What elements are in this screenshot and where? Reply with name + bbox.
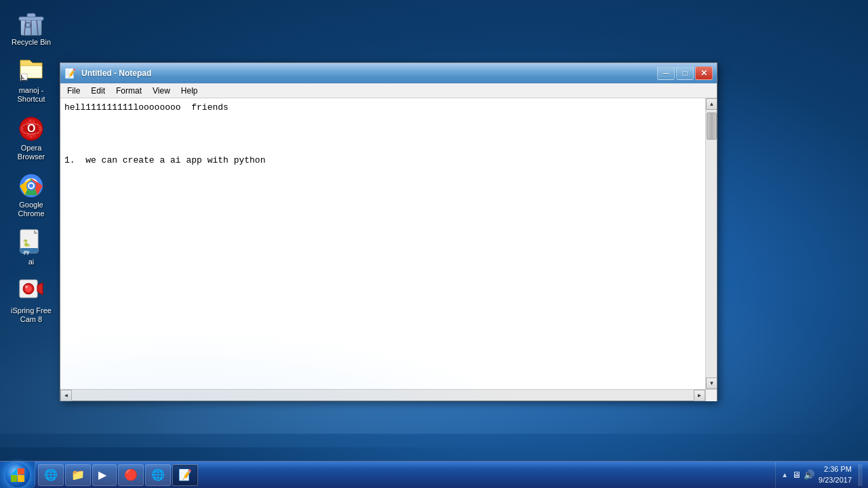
tray-expand-button[interactable]: ▲ [781, 471, 788, 479]
recycle-bin-icon[interactable]: ♻ Recycle Bin [7, 7, 56, 49]
speaker-icon: 🔊 [804, 470, 814, 480]
taskbar: 🌐 📁 ▶ 🔴 🌐 📝 ▲ 🖥 🔊 [0, 461, 868, 488]
computer-shortcut-icon[interactable]: manoj - Shortcut [7, 55, 56, 106]
google-chrome-label: Google Chrome [9, 201, 53, 218]
scroll-right-button[interactable]: ► [694, 390, 705, 401]
start-orb [5, 463, 30, 487]
menu-file[interactable]: File [62, 85, 85, 97]
ai-file-label: ai [28, 258, 35, 266]
google-chrome-icon[interactable]: Google Chrome [7, 169, 56, 221]
taskbar-chrome[interactable]: 🌐 [145, 464, 171, 486]
horizontal-scrollbar[interactable]: ◄ ► [60, 390, 705, 401]
notepad-textarea[interactable]: hell111111111loooooooo friends 1. we can… [60, 98, 705, 389]
taskbar-opera[interactable]: 🔴 [118, 464, 144, 486]
scroll-thumb[interactable] [707, 113, 717, 140]
scroll-left-button[interactable]: ◄ [60, 390, 72, 401]
notepad-window: 📝 Untitled - Notepad ─ □ ✕ File Edit For… [60, 62, 717, 401]
opera-browser-image: O [18, 115, 45, 142]
scroll-up-button[interactable]: ▲ [706, 98, 717, 110]
show-desktop-button[interactable] [859, 464, 863, 486]
h-scroll-track[interactable] [72, 390, 694, 401]
chrome-taskbar-icon: 🌐 [151, 468, 165, 481]
scroll-down-button[interactable]: ▼ [706, 378, 717, 389]
notepad-title-bar: 📝 Untitled - Notepad ─ □ ✕ [60, 63, 717, 83]
taskbar-notepad[interactable]: 📝 [172, 464, 198, 486]
scroll-track[interactable] [706, 110, 717, 378]
menu-format[interactable]: Format [111, 85, 147, 97]
maximize-button[interactable]: □ [676, 66, 694, 80]
svg-text:.py: .py [22, 249, 29, 255]
opera-browser-label: Opera Browser [9, 144, 53, 161]
system-clock[interactable]: 2:36 PM 9/23/2017 [818, 464, 852, 485]
recycle-bin-label: Recycle Bin [12, 38, 51, 47]
explorer-icon: 📁 [71, 468, 85, 481]
scroll-corner [705, 390, 717, 401]
window-controls: ─ □ ✕ [657, 66, 713, 80]
menu-edit[interactable]: Edit [85, 85, 111, 97]
notepad-taskbar-icon: 📝 [178, 468, 192, 481]
google-chrome-image [18, 172, 45, 199]
notepad-bottom-bar: ◄ ► [60, 389, 717, 401]
taskbar-ie[interactable]: 🌐 [38, 464, 64, 486]
svg-text:O: O [27, 123, 35, 134]
start-button[interactable] [0, 462, 35, 489]
opera-taskbar-icon: 🔴 [124, 468, 138, 481]
clock-date: 9/23/2017 [818, 475, 852, 485]
ispring-cam-image [18, 278, 45, 305]
minimize-button[interactable]: ─ [657, 66, 675, 80]
opera-browser-icon[interactable]: O Opera Browser [7, 113, 56, 164]
ie-icon: 🌐 [44, 468, 58, 481]
close-button[interactable]: ✕ [695, 66, 713, 80]
menu-help[interactable]: Help [176, 85, 203, 97]
recycle-bin-image: ♻ [18, 9, 45, 37]
notepad-window-icon: 📝 [64, 68, 76, 79]
notepad-title: Untitled - Notepad [81, 68, 654, 78]
taskbar-items: 🌐 📁 ▶ 🔴 🌐 📝 [35, 462, 775, 488]
network-icon: 🖥 [792, 470, 801, 480]
svg-point-31 [25, 285, 28, 288]
vertical-scrollbar[interactable]: ▲ ▼ [705, 98, 717, 389]
media-icon: ▶ [98, 468, 106, 481]
ai-file-icon[interactable]: 🐍 .py ai [7, 226, 56, 269]
computer-shortcut-image [18, 58, 45, 85]
taskbar-media[interactable]: ▶ [92, 464, 117, 486]
svg-rect-6 [27, 14, 35, 17]
menu-view[interactable]: View [147, 85, 176, 97]
ispring-cam-label: iSpring Free Cam 8 [9, 306, 53, 324]
ispring-cam-icon[interactable]: iSpring Free Cam 8 [7, 275, 56, 327]
notepad-menu-bar: File Edit Format View Help [60, 83, 717, 98]
svg-marker-32 [37, 283, 43, 295]
svg-text:🐍: 🐍 [22, 239, 31, 247]
computer-shortcut-label: manoj - Shortcut [9, 86, 53, 104]
taskbar-explorer[interactable]: 📁 [65, 464, 91, 486]
desktop-icons: ♻ Recycle Bin manoj - Shortcut [7, 7, 56, 327]
svg-point-23 [29, 184, 33, 188]
sys-tray-icons: 🖥 🔊 [792, 470, 814, 480]
ai-file-image: 🐍 .py [18, 229, 45, 256]
svg-text:♻: ♻ [24, 20, 33, 30]
notepad-content-area: hell111111111loooooooo friends 1. we can… [60, 98, 717, 389]
clock-time: 2:36 PM [818, 464, 852, 474]
desktop: ♻ Recycle Bin manoj - Shortcut [0, 0, 868, 488]
taskbar-system-tray: ▲ 🖥 🔊 2:36 PM 9/23/2017 [775, 462, 868, 488]
